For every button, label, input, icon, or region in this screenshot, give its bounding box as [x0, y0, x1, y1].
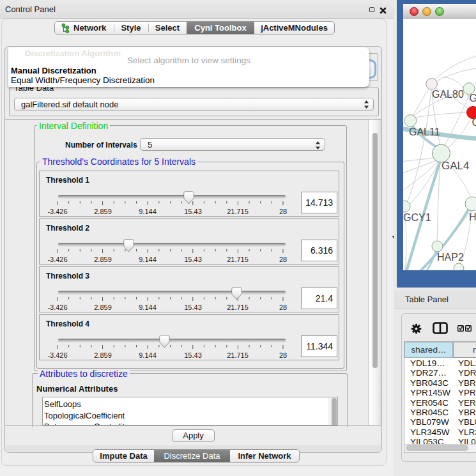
- svg-text:GAL80: GAL80: [432, 89, 464, 100]
- svg-text:HI: HI: [469, 211, 476, 222]
- svg-text:GAL4: GAL4: [441, 160, 469, 172]
- svg-text:GCY1: GCY1: [403, 212, 431, 223]
- svg-text:GAL11: GAL11: [409, 127, 440, 137]
- svg-text:CY: CY: [472, 117, 476, 128]
- svg-text:HAP2: HAP2: [437, 252, 464, 263]
- svg-text:GA: GA: [470, 93, 476, 104]
